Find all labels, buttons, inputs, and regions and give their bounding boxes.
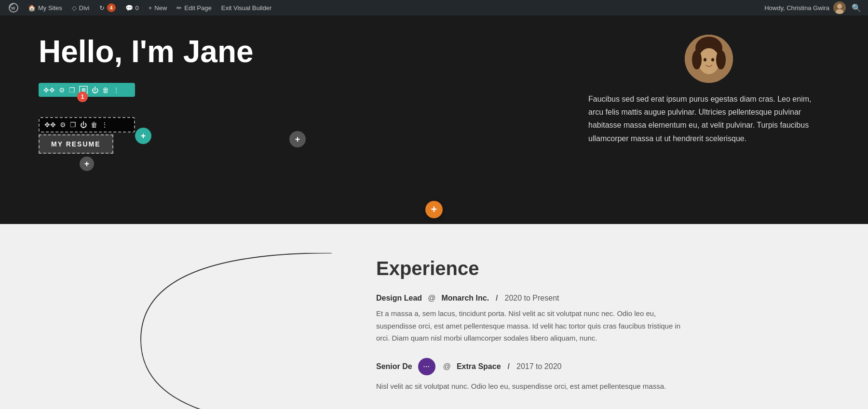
plus-icon: +: [84, 159, 90, 169]
divi-row-toolbar: ✥ ⚙ ❐ ⊞ ⏻ 🗑 ⋮ 1: [39, 83, 135, 97]
module-duplicate-icon[interactable]: ❐: [70, 121, 76, 129]
job1-company: Monarch Inc.: [441, 294, 489, 303]
user-avatar[interactable]: [833, 1, 846, 14]
plus-icon: +: [295, 134, 300, 145]
job1-description: Et a massa a, sem lacus, tincidunt porta…: [376, 307, 694, 344]
svg-point-3: [837, 4, 842, 9]
wp-logo-button[interactable]: W: [5, 0, 22, 15]
page-wrapper: Hello, I'm Jane ✥ ⚙ ❐ ⊞ ⏻ 🗑 ⋮ 1 ✥ ⚙ ❐ ⏻: [0, 15, 868, 409]
row-toggle-icon[interactable]: ⏻: [92, 86, 98, 94]
admin-bar: W 🏠 My Sites ◇ Divi ↻ 4 💬 0 + New ✏ Edit…: [0, 0, 868, 15]
plus-icon: +: [149, 4, 152, 12]
edit-page-button[interactable]: ✏ Edit Page: [173, 0, 215, 15]
job1-title: Design Lead: [376, 294, 422, 303]
hero-section: Hello, I'm Jane ✥ ⚙ ❐ ⊞ ⏻ 🗑 ⋮ 1 ✥ ⚙ ❐ ⏻: [0, 15, 868, 195]
house-icon: 🏠: [28, 4, 36, 12]
row-settings-icon[interactable]: ⚙: [59, 86, 65, 94]
my-sites-label: My Sites: [38, 4, 62, 12]
add-section-button[interactable]: +: [425, 201, 443, 218]
exit-vb-button[interactable]: Exit Visual Builder: [217, 0, 276, 15]
row-badge: 1: [77, 92, 88, 102]
resume-btn-label: MY RESUME: [51, 140, 101, 148]
job2-company: Extra Space: [457, 362, 501, 371]
job-entry-2: Senior De ··· @ Extra Space / 2017 to 20…: [376, 358, 829, 393]
job-title-line-1: Design Lead @ Monarch Inc. / 2020 to Pre…: [376, 294, 829, 303]
hero-title: Hello, I'm Jane: [39, 35, 328, 68]
job2-period: 2017 to 2020: [516, 362, 561, 371]
new-label: New: [154, 4, 167, 12]
divi-icon: ◇: [72, 4, 77, 12]
hero-left-column: Hello, I'm Jane ✥ ⚙ ❐ ⊞ ⏻ 🗑 ⋮ 1 ✥ ⚙ ❐ ⏻: [39, 35, 328, 157]
plus-icon: +: [431, 203, 437, 216]
comments-button[interactable]: 💬 0: [122, 0, 143, 15]
svg-text:W: W: [11, 6, 15, 11]
experience-title: Experience: [376, 258, 829, 279]
module-more-icon[interactable]: ⋮: [101, 121, 108, 129]
adminbar-right: Howdy, Christina Gwira 🔍: [764, 1, 863, 14]
add-section-row: +: [0, 195, 868, 224]
comment-icon: 💬: [125, 4, 133, 12]
user-greeting: Howdy, Christina Gwira: [764, 4, 829, 12]
module-move-icon[interactable]: ✥: [44, 121, 56, 129]
add-column-button[interactable]: +: [289, 131, 306, 147]
job1-period: 2020 to Present: [505, 294, 559, 303]
experience-content: Experience Design Lead @ Monarch Inc. / …: [376, 253, 829, 406]
new-content-button[interactable]: + New: [145, 0, 171, 15]
arc-svg: [39, 253, 347, 409]
updates-icon: ↻: [99, 4, 105, 12]
add-module-button[interactable]: +: [135, 128, 151, 144]
job1-at: @: [428, 294, 435, 303]
job2-separator: /: [508, 362, 510, 371]
row-duplicate-icon[interactable]: ❐: [69, 86, 75, 94]
job2-title: Senior De: [376, 362, 412, 371]
my-sites-button[interactable]: 🏠 My Sites: [24, 0, 66, 15]
profile-avatar: [685, 35, 733, 83]
row-move-icon[interactable]: ✥: [43, 86, 55, 94]
job2-description: Nisl velit ac sit volutpat nunc. Odio le…: [376, 380, 694, 393]
job2-at: @: [443, 362, 451, 371]
updates-button[interactable]: ↻ 4: [95, 0, 120, 15]
divi-label: Divi: [79, 4, 90, 12]
more-options-button[interactable]: ···: [418, 358, 435, 375]
left-decoration: [39, 253, 347, 409]
module-settings-icon[interactable]: ⚙: [60, 121, 66, 129]
job-entry-1: Design Lead @ Monarch Inc. / 2020 to Pre…: [376, 294, 829, 344]
plus-icon: +: [141, 131, 146, 141]
hero-right-column: Faucibus sed sed erat ipsum purus egesta…: [588, 35, 829, 145]
module-toggle-icon[interactable]: ⏻: [80, 121, 87, 129]
job-title-line-2: Senior De ··· @ Extra Space / 2017 to 20…: [376, 358, 829, 375]
row-delete-icon[interactable]: 🗑: [102, 86, 109, 94]
pencil-icon: ✏: [176, 4, 182, 12]
updates-badge: 4: [107, 3, 116, 12]
exit-vb-label: Exit Visual Builder: [221, 4, 272, 12]
module-delete-icon[interactable]: 🗑: [91, 121, 97, 129]
row-more-icon[interactable]: ⋮: [113, 86, 120, 94]
svg-point-11: [711, 58, 714, 62]
hero-bio-text: Faucibus sed sed erat ipsum purus egesta…: [588, 92, 820, 145]
edit-page-label: Edit Page: [184, 4, 211, 12]
svg-point-10: [704, 58, 706, 62]
divi-button[interactable]: ◇ Divi: [68, 0, 94, 15]
search-button[interactable]: 🔍: [850, 1, 863, 14]
add-module-below-button[interactable]: +: [80, 157, 94, 171]
comments-count: 0: [136, 4, 139, 12]
svg-point-8: [692, 50, 702, 69]
svg-point-9: [716, 50, 726, 69]
job1-separator: /: [496, 294, 498, 303]
experience-section: Experience Design Lead @ Monarch Inc. / …: [0, 224, 868, 409]
divi-module-toolbar: ✥ ⚙ ❐ ⏻ 🗑 ⋮: [39, 117, 135, 132]
resume-button-placeholder[interactable]: MY RESUME: [39, 134, 113, 154]
